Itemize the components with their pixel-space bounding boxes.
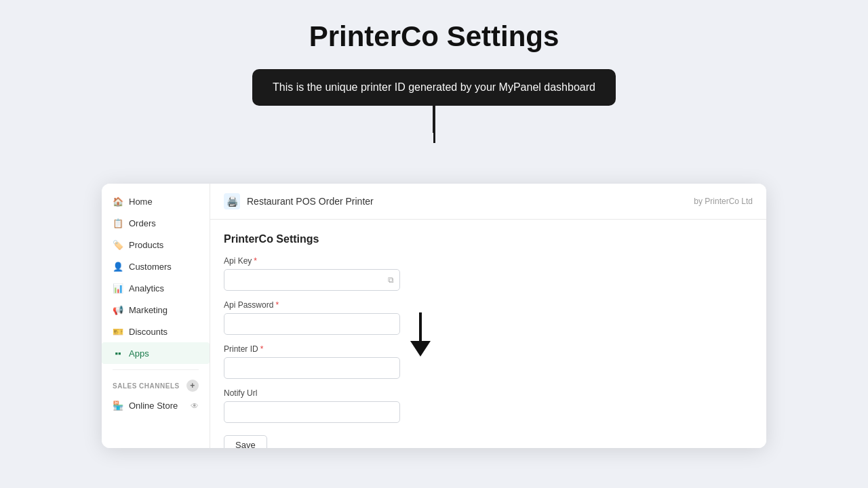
api-key-label: Api Key * (224, 256, 753, 266)
online-store-left: 🏪 Online Store (113, 401, 178, 411)
app-icon: 🖨️ (224, 193, 240, 209)
notify-url-input-wrapper (224, 401, 400, 423)
sales-channels-header: SALES CHANNELS + (102, 375, 210, 396)
tooltip-text: This is the unique printer ID generated … (273, 81, 595, 93)
pointer-arrow (366, 306, 448, 360)
api-key-input[interactable] (231, 275, 393, 285)
sidebar: 🏠 Home 📋 Orders 🏷️ Products 👤 Customers … (102, 184, 210, 448)
sidebar-item-orders-label: Orders (129, 218, 156, 228)
sidebar-item-marketing[interactable]: 📢 Marketing (102, 299, 210, 321)
apps-icon: ▪▪ (113, 348, 123, 359)
sidebar-divider (113, 369, 199, 370)
add-sales-channel-button[interactable]: + (186, 380, 199, 392)
sidebar-item-customers[interactable]: 👤 Customers (102, 256, 210, 277)
sidebar-item-analytics[interactable]: 📊 Analytics (102, 277, 210, 299)
sidebar-item-customers-label: Customers (129, 262, 172, 272)
discounts-icon: 🎫 (113, 326, 123, 337)
main-content: 🖨️ Restaurant POS Order Printer by Print… (210, 184, 766, 448)
screenshot-container: 🏠 Home 📋 Orders 🏷️ Products 👤 Customers … (102, 184, 766, 448)
sidebar-item-online-store[interactable]: 🏪 Online Store 👁 (102, 396, 210, 415)
save-button[interactable]: Save (224, 435, 267, 448)
printer-id-label: Printer ID * (224, 344, 753, 354)
app-header-left: 🖨️ Restaurant POS Order Printer (224, 193, 374, 209)
sidebar-item-apps-label: Apps (129, 348, 149, 359)
printer-id-input-wrapper (224, 357, 400, 379)
sidebar-item-home[interactable]: 🏠 Home (102, 190, 210, 212)
printer-id-required: * (260, 344, 264, 354)
sidebar-item-orders[interactable]: 📋 Orders (102, 212, 210, 234)
sidebar-item-products-label: Products (129, 240, 163, 250)
customers-icon: 👤 (113, 261, 123, 272)
copy-icon: ⧉ (388, 275, 394, 285)
printer-id-group: Printer ID * (224, 344, 753, 379)
store-icon: 🏪 (113, 401, 123, 411)
api-password-required: * (275, 300, 279, 310)
settings-panel-title: PrinterCo Settings (224, 233, 753, 245)
analytics-icon: 📊 (113, 283, 123, 293)
notify-url-group: Notify Url (224, 388, 753, 423)
app-name: Restaurant POS Order Printer (247, 196, 374, 207)
api-key-group: Api Key * ⧉ (224, 256, 753, 291)
online-store-label: Online Store (129, 401, 178, 411)
api-password-group: Api Password * (224, 300, 753, 335)
page-title: PrinterCo Settings (309, 20, 559, 53)
home-icon: 🏠 (113, 196, 123, 207)
eye-icon: 👁 (191, 401, 199, 411)
api-key-required: * (254, 256, 257, 266)
sidebar-item-marketing-label: Marketing (129, 305, 167, 315)
sidebar-item-products[interactable]: 🏷️ Products (102, 234, 210, 256)
sidebar-item-apps[interactable]: ▪▪ Apps (102, 342, 210, 364)
api-key-input-wrapper: ⧉ (224, 269, 400, 291)
api-password-label: Api Password * (224, 300, 753, 310)
tooltip-box: This is the unique printer ID generated … (252, 69, 616, 106)
printer-id-input[interactable] (231, 363, 393, 373)
marketing-icon: 📢 (113, 304, 123, 315)
settings-panel: PrinterCo Settings Api Key * ⧉ Api Pa (210, 220, 766, 448)
products-icon: 🏷️ (113, 239, 123, 250)
by-label: by PrinterCo Ltd (694, 197, 753, 206)
sales-channels-label: SALES CHANNELS (113, 382, 180, 390)
sidebar-item-discounts[interactable]: 🎫 Discounts (102, 321, 210, 342)
sidebar-item-discounts-label: Discounts (129, 327, 167, 337)
orders-icon: 📋 (113, 218, 123, 228)
sidebar-item-analytics-label: Analytics (129, 283, 164, 293)
svg-marker-1 (410, 341, 431, 357)
notify-url-input[interactable] (231, 407, 393, 418)
notify-url-label: Notify Url (224, 388, 753, 398)
app-header: 🖨️ Restaurant POS Order Printer by Print… (210, 184, 766, 220)
sidebar-item-home-label: Home (129, 197, 153, 207)
